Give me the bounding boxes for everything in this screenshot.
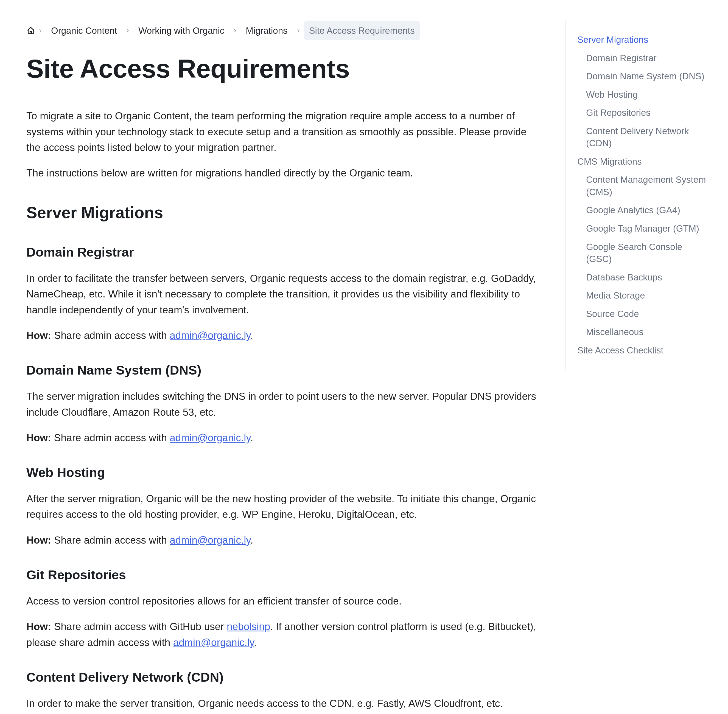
home-icon[interactable] [26,26,35,35]
heading-dns: Domain Name System (DNS) [26,360,539,380]
breadcrumb-current: Site Access Requirements [303,21,420,40]
how-git: How: Share admin access with GitHub user… [26,619,539,650]
toc-item[interactable]: Miscellaneous [577,323,708,341]
chevron-right-icon [125,28,131,34]
topbar [0,0,728,15]
toc-item[interactable]: Domain Registrar [577,49,708,68]
admin-email-link[interactable]: admin@organic.ly [170,534,250,546]
breadcrumb-working-with-organic[interactable]: Working with Organic [133,21,230,40]
article-body: To migrate a site to Organic Content, th… [26,108,539,714]
how-web-hosting: How: Share admin access with admin@organ… [26,532,539,548]
breadcrumb: Organic Content Working with Organic Mig… [26,21,539,40]
intro-paragraph-1: To migrate a site to Organic Content, th… [26,108,539,155]
admin-email-link[interactable]: admin@organic.ly [173,637,254,648]
admin-email-link[interactable]: admin@organic.ly [170,330,250,341]
breadcrumb-migrations[interactable]: Migrations [240,21,293,40]
chevron-right-icon [38,28,44,34]
period: . [254,637,257,648]
toc-item[interactable]: Content Delivery Network (CDN) [577,122,708,153]
heading-domain-registrar: Domain Registrar [26,242,539,262]
toc-item[interactable]: Google Search Console (GSC) [577,238,708,268]
paragraph-web-hosting: After the server migration, Organic will… [26,491,539,522]
heading-web-hosting: Web Hosting [26,463,539,483]
toc-item[interactable]: Source Code [577,305,708,323]
heading-server-migrations: Server Migrations [26,200,539,225]
toc-item[interactable]: Database Backups [577,268,708,287]
toc-item[interactable]: Git Repositories [577,104,708,122]
main-content: Organic Content Working with Organic Mig… [0,15,566,714]
github-user-link[interactable]: nebolsinp [227,621,270,632]
how-label: How: [26,432,51,443]
toc-item[interactable]: Google Tag Manager (GTM) [577,219,708,238]
share-prefix: Share admin access with [51,534,170,546]
paragraph-git: Access to version control repositories a… [26,593,539,609]
how-dns: How: Share admin access with admin@organ… [26,430,539,446]
page-title: Site Access Requirements [26,49,539,89]
share-prefix: Share admin access with [51,432,170,443]
how-label: How: [26,534,51,546]
breadcrumb-organic-content[interactable]: Organic Content [45,21,122,40]
share-prefix: Share admin access with [51,330,170,341]
how-label: How: [26,621,51,632]
toc-item[interactable]: Google Analytics (GA4) [577,201,708,219]
period: . [250,534,253,546]
toc-item[interactable]: Server Migrations [577,31,708,49]
paragraph-dns: The server migration includes switching … [26,388,539,420]
how-label: How: [26,330,51,341]
paragraph-domain-registrar: In order to facilitate the transfer betw… [26,271,539,318]
period: . [250,432,253,443]
chevron-right-icon [232,28,238,34]
chevron-right-icon [296,28,302,34]
toc-item[interactable]: Site Access Checklist [577,341,708,360]
toc-item[interactable]: Content Management System (CMS) [577,171,708,201]
heading-cdn: Content Delivery Network (CDN) [26,668,539,687]
toc-item[interactable]: Domain Name System (DNS) [577,67,708,86]
period: . [250,330,253,341]
paragraph-cdn: In order to make the server transition, … [26,696,539,711]
heading-git: Git Repositories [26,565,539,585]
toc-item[interactable]: Web Hosting [577,86,708,104]
how-domain-registrar: How: Share admin access with admin@organ… [26,328,539,343]
toc-item[interactable]: Media Storage [577,286,708,305]
share-github-prefix: Share admin access with GitHub user [51,621,227,632]
admin-email-link[interactable]: admin@organic.ly [170,432,250,443]
table-of-contents: Server MigrationsDomain RegistrarDomain … [566,20,719,370]
toc-item[interactable]: CMS Migrations [577,153,708,171]
intro-paragraph-2: The instructions below are written for m… [26,165,539,181]
